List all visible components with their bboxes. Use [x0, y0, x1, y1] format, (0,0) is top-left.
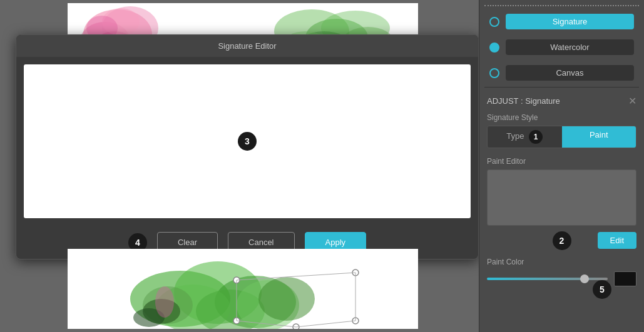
svg-point-20 [258, 277, 315, 321]
edit-button[interactable]: Edit [598, 232, 636, 249]
type-button[interactable]: Type 1 [488, 126, 562, 148]
signature-editor-modal: Signature Editor 3 4 Clear Cancel Apply [16, 34, 479, 259]
svg-point-29 [293, 324, 299, 329]
watercolor-button[interactable]: Watercolor [506, 39, 634, 55]
signature-style-label: Signature Style [487, 113, 636, 122]
paint-button[interactable]: Paint [562, 126, 636, 148]
close-icon[interactable]: ✕ [628, 95, 636, 107]
paint-editor-label: Paint Editor [487, 157, 636, 166]
adjust-title-text: ADJUST : Signature [487, 96, 560, 106]
modal-body: 3 [16, 57, 478, 226]
panel-main-divider [484, 87, 639, 88]
color-slider[interactable] [487, 278, 608, 280]
modal-header: Signature Editor [16, 35, 478, 57]
slider-thumb[interactable] [580, 274, 589, 283]
badge-3: 3 [238, 132, 257, 151]
panel-item-canvas[interactable]: Canvas [484, 61, 639, 84]
badge-2: 2 [553, 231, 571, 250]
panel-item-signature[interactable]: Signature [484, 10, 639, 33]
edit-row: 2 Edit [487, 232, 636, 249]
paint-color-label: Paint Color [487, 258, 636, 266]
paint-editor-box[interactable] [487, 169, 636, 226]
signature-drawing-area[interactable]: 3 [24, 64, 471, 218]
badge-1: 1 [529, 130, 543, 144]
svg-point-24 [155, 286, 174, 318]
watercolor-radio[interactable] [489, 43, 499, 53]
paint-color-row: 5 [487, 271, 636, 286]
color-swatch[interactable] [614, 271, 636, 286]
badge-5: 5 [593, 280, 611, 299]
right-panel: Signature Watercolor Canvas ADJUST : Sig… [479, 0, 644, 332]
signature-button[interactable]: Signature [506, 14, 634, 29]
adjust-title-row: ADJUST : Signature ✕ [487, 95, 636, 107]
canvas-background: Signature Editor 3 4 Clear Cancel Apply [0, 0, 479, 332]
panel-top: Signature Watercolor Canvas [479, 0, 644, 89]
bottom-watercolor-image [68, 249, 418, 329]
modal-title: Signature Editor [218, 41, 276, 51]
canvas-button[interactable]: Canvas [506, 65, 634, 81]
panel-item-watercolor[interactable]: Watercolor [484, 36, 639, 59]
canvas-radio[interactable] [489, 68, 499, 78]
signature-radio[interactable] [489, 17, 499, 27]
style-toggle: Type 1 Paint [487, 126, 636, 148]
panel-divider-top [484, 5, 639, 6]
adjust-section: ADJUST : Signature ✕ Signature Style Typ… [479, 89, 644, 332]
